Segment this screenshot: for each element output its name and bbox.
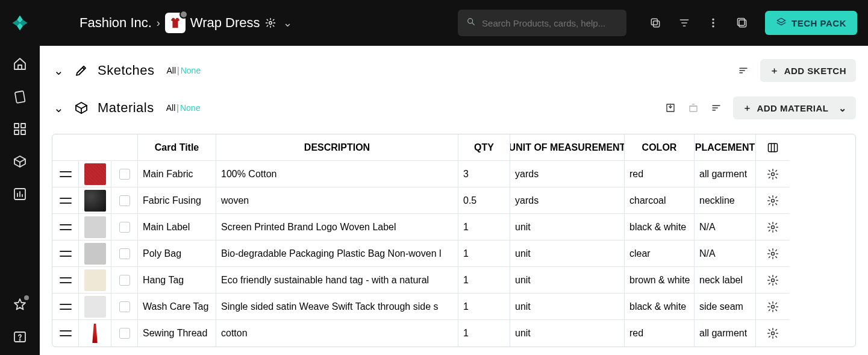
cell-placement[interactable]: all garment bbox=[695, 320, 756, 347]
more-icon[interactable] bbox=[707, 17, 719, 29]
cell-description[interactable]: cotton bbox=[216, 320, 458, 347]
cell-unit[interactable]: unit bbox=[510, 320, 625, 347]
material-thumbnail[interactable] bbox=[79, 240, 111, 267]
row-checkbox[interactable] bbox=[111, 214, 138, 240]
cell-qty[interactable]: 1 bbox=[458, 320, 510, 347]
table-row[interactable]: Wash Care TagSingle sided satin Weave Sw… bbox=[52, 294, 855, 320]
table-row[interactable]: Hang TagEco friendly sustainable hand ta… bbox=[52, 267, 855, 294]
row-checkbox[interactable] bbox=[111, 187, 138, 214]
cell-description[interactable]: 100% Cotton bbox=[216, 161, 458, 187]
th-qty[interactable]: QTY bbox=[458, 134, 510, 161]
row-settings-button[interactable] bbox=[756, 187, 790, 214]
drag-handle[interactable] bbox=[52, 267, 79, 294]
cell-description[interactable]: woven bbox=[216, 187, 458, 214]
drag-handle[interactable] bbox=[52, 161, 79, 187]
chart-icon[interactable] bbox=[13, 187, 27, 201]
cell-qty[interactable]: 1 bbox=[458, 240, 510, 267]
drag-handle[interactable] bbox=[52, 187, 79, 214]
import-icon[interactable] bbox=[664, 102, 676, 114]
cell-color[interactable]: charcoal bbox=[625, 187, 695, 214]
row-settings-button[interactable] bbox=[756, 214, 790, 240]
cell-placement[interactable]: N/A bbox=[695, 214, 756, 240]
cell-qty[interactable]: 1 bbox=[458, 294, 510, 320]
select-all-materials[interactable]: All bbox=[166, 103, 176, 113]
copy-icon[interactable] bbox=[649, 17, 661, 29]
cards-icon[interactable] bbox=[13, 89, 27, 104]
material-thumbnail[interactable] bbox=[79, 214, 111, 240]
collapse-toggle-materials[interactable]: ⌄ bbox=[52, 101, 65, 115]
drag-handle[interactable] bbox=[52, 214, 79, 240]
archive-icon[interactable] bbox=[687, 102, 699, 114]
tech-pack-button[interactable]: TECH PACK bbox=[765, 11, 857, 35]
search-input-wrap[interactable] bbox=[458, 10, 626, 36]
search-input[interactable] bbox=[482, 18, 618, 28]
table-row[interactable]: Sewing Threadcotton1unitredall garment bbox=[52, 320, 855, 347]
material-thumbnail[interactable] bbox=[79, 161, 111, 187]
breadcrumb-company[interactable]: Fashion Inc. bbox=[80, 15, 152, 31]
row-settings-button[interactable] bbox=[756, 240, 790, 267]
gear-icon[interactable] bbox=[265, 17, 276, 28]
material-thumbnail[interactable] bbox=[79, 294, 111, 320]
drag-handle[interactable] bbox=[52, 240, 79, 267]
cell-placement[interactable]: neckline bbox=[695, 187, 756, 214]
cell-card-title[interactable]: Main Label bbox=[138, 214, 216, 240]
select-all-sketches[interactable]: All bbox=[167, 66, 176, 75]
app-logo[interactable] bbox=[11, 14, 29, 32]
cell-color[interactable]: black & white bbox=[625, 294, 695, 320]
cell-description[interactable]: Single sided satin Weave Swift Tack thro… bbox=[216, 294, 458, 320]
cell-color[interactable]: red bbox=[625, 320, 695, 347]
row-checkbox[interactable] bbox=[111, 294, 138, 320]
cell-color[interactable]: red bbox=[625, 161, 695, 187]
table-row[interactable]: Main Fabric100% Cotton3yardsredall garme… bbox=[52, 161, 855, 187]
cell-card-title[interactable]: Hang Tag bbox=[138, 267, 216, 294]
cell-card-title[interactable]: Fabric Fusing bbox=[138, 187, 216, 214]
home-icon[interactable] bbox=[13, 57, 27, 71]
cell-qty[interactable]: 1 bbox=[458, 214, 510, 240]
package-icon[interactable] bbox=[13, 154, 27, 169]
cell-color[interactable]: black & white bbox=[625, 214, 695, 240]
table-row[interactable]: Poly BagBio-degradable Packaging Plastic… bbox=[52, 240, 855, 267]
cell-qty[interactable]: 3 bbox=[458, 161, 510, 187]
row-checkbox[interactable] bbox=[111, 161, 138, 187]
help-icon[interactable] bbox=[13, 330, 27, 344]
row-settings-button[interactable] bbox=[756, 161, 790, 187]
row-checkbox[interactable] bbox=[111, 320, 138, 347]
cell-description[interactable]: Screen Printed Brand Logo Woven Label bbox=[216, 214, 458, 240]
cell-placement[interactable]: side seam bbox=[695, 294, 756, 320]
drag-handle[interactable] bbox=[52, 320, 79, 347]
row-settings-button[interactable] bbox=[756, 294, 790, 320]
row-checkbox[interactable] bbox=[111, 240, 138, 267]
cell-unit[interactable]: unit bbox=[510, 240, 625, 267]
row-settings-button[interactable] bbox=[756, 267, 790, 294]
cell-placement[interactable]: N/A bbox=[695, 240, 756, 267]
cell-color[interactable]: brown & white bbox=[625, 267, 695, 294]
cell-card-title[interactable]: Sewing Thread bbox=[138, 320, 216, 347]
chevron-down-icon[interactable]: ⌄ bbox=[283, 16, 292, 30]
material-thumbnail[interactable] bbox=[79, 187, 111, 214]
table-row[interactable]: Main LabelScreen Printed Brand Logo Wove… bbox=[52, 214, 855, 240]
cell-color[interactable]: clear bbox=[625, 240, 695, 267]
grid-icon[interactable] bbox=[13, 122, 27, 136]
material-thumbnail[interactable] bbox=[79, 320, 111, 347]
sort-icon-materials[interactable] bbox=[710, 102, 722, 114]
cell-qty[interactable]: 1 bbox=[458, 267, 510, 294]
drag-handle[interactable] bbox=[52, 294, 79, 320]
row-settings-button[interactable] bbox=[756, 320, 790, 347]
cell-unit[interactable]: yards bbox=[510, 161, 625, 187]
th-unit[interactable]: UNIT OF MEASUREMENT bbox=[510, 134, 625, 161]
select-none-sketches[interactable]: None bbox=[181, 66, 201, 75]
cell-description[interactable]: Bio-degradable Packaging Plastic Bag Non… bbox=[216, 240, 458, 267]
select-none-materials[interactable]: None bbox=[180, 103, 200, 113]
cell-card-title[interactable]: Main Fabric bbox=[138, 161, 216, 187]
star-icon[interactable] bbox=[13, 297, 27, 312]
table-row[interactable]: Fabric Fusingwoven0.5yardscharcoalneckli… bbox=[52, 187, 855, 214]
th-placement[interactable]: PLACEMENT bbox=[695, 134, 756, 161]
cell-unit[interactable]: yards bbox=[510, 187, 625, 214]
th-description[interactable]: DESCRIPTION bbox=[216, 134, 458, 161]
row-checkbox[interactable] bbox=[111, 267, 138, 294]
collapse-toggle-sketches[interactable]: ⌄ bbox=[52, 63, 65, 78]
add-material-button[interactable]: ＋ ADD MATERIAL ⌄ bbox=[733, 96, 856, 119]
th-card-title[interactable]: Card Title bbox=[138, 134, 216, 161]
product-thumbnail[interactable] bbox=[165, 13, 186, 33]
library-icon[interactable] bbox=[736, 17, 748, 29]
